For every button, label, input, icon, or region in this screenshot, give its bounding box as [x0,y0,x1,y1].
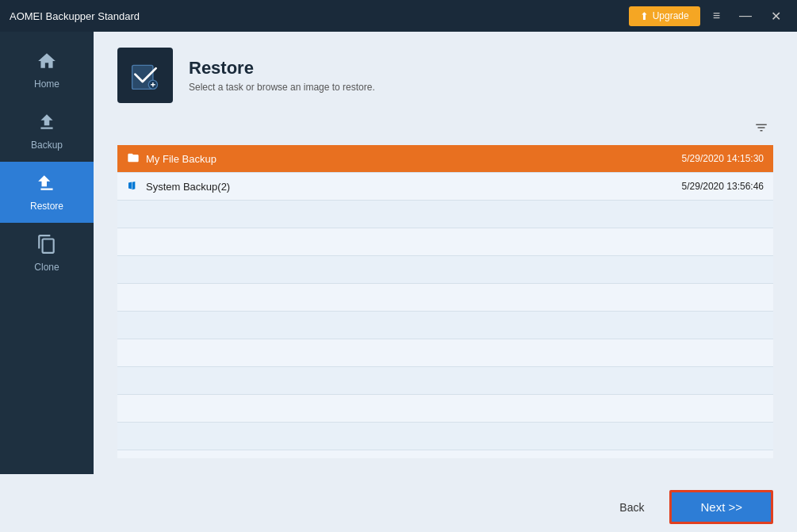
main-layout: Home Backup Restore Clo [0,32,797,474]
sidebar-item-restore[interactable]: Restore [0,162,94,223]
next-button[interactable]: Next >> [669,490,773,524]
sidebar-item-clone[interactable]: Clone [0,223,94,284]
backup-icon [36,112,57,136]
row-date: 5/29/2020 13:56:46 [682,181,764,192]
clone-icon [36,234,57,258]
table-row-empty [117,228,773,256]
page-title-area: Restore Select a task or browse an image… [189,58,375,93]
home-icon [36,51,57,75]
table-row-empty [117,367,773,395]
filter-button[interactable] [749,119,773,140]
app-title: AOMEI Backupper Standard [10,10,140,22]
bottom-bar: Back Next >> [0,474,797,532]
minimize-icon: — [739,9,752,23]
folder-icon [127,151,140,166]
back-button[interactable]: Back [603,495,660,520]
table-toolbar [117,119,773,140]
table-row[interactable]: System Backup(2) 5/29/2020 13:56:46 [117,173,773,201]
table-row-empty [117,284,773,312]
page-header: Restore Select a task or browse an image… [117,48,773,103]
sidebar-item-backup[interactable]: Backup [0,101,94,162]
table-row-empty [117,256,773,284]
sidebar-backup-label: Backup [31,140,63,151]
table-row[interactable]: My File Backup 5/29/2020 14:15:30 [117,145,773,173]
row-name: My File Backup [146,153,682,165]
table-row-empty [117,312,773,339]
close-icon: ✕ [771,9,781,24]
row-date: 5/29/2020 14:15:30 [682,153,764,164]
sidebar: Home Backup Restore Clo [0,32,94,474]
upgrade-icon: ⬆ [640,10,649,22]
minimize-button[interactable]: — [733,6,758,26]
content-area: Restore Select a task or browse an image… [94,32,797,474]
backup-table: My File Backup 5/29/2020 14:15:30 System… [117,145,773,458]
table-row-empty [117,201,773,228]
menu-button[interactable]: ≡ [707,6,726,26]
sidebar-clone-label: Clone [34,262,59,273]
sidebar-home-label: Home [34,78,59,90]
menu-icon: ≡ [713,9,720,23]
windows-icon [127,179,140,194]
sidebar-item-home[interactable]: Home [0,40,94,101]
table-row-empty [117,339,773,367]
close-button[interactable]: ✕ [764,6,787,27]
table-row-empty [117,450,773,458]
page-subtitle: Select a task or browse an image to rest… [189,82,375,93]
titlebar: AOMEI Backupper Standard ⬆ Upgrade ≡ — ✕ [0,0,797,32]
page-title: Restore [189,58,375,78]
titlebar-controls: ⬆ Upgrade ≡ — ✕ [629,6,787,27]
restore-icon [36,173,57,197]
sidebar-restore-label: Restore [30,201,63,212]
page-icon-box [117,48,173,103]
upgrade-button[interactable]: ⬆ Upgrade [629,6,700,26]
row-name: System Backup(2) [146,181,682,193]
table-row-empty [117,423,773,450]
table-row-empty [117,395,773,423]
table-container: My File Backup 5/29/2020 14:15:30 System… [117,119,773,458]
